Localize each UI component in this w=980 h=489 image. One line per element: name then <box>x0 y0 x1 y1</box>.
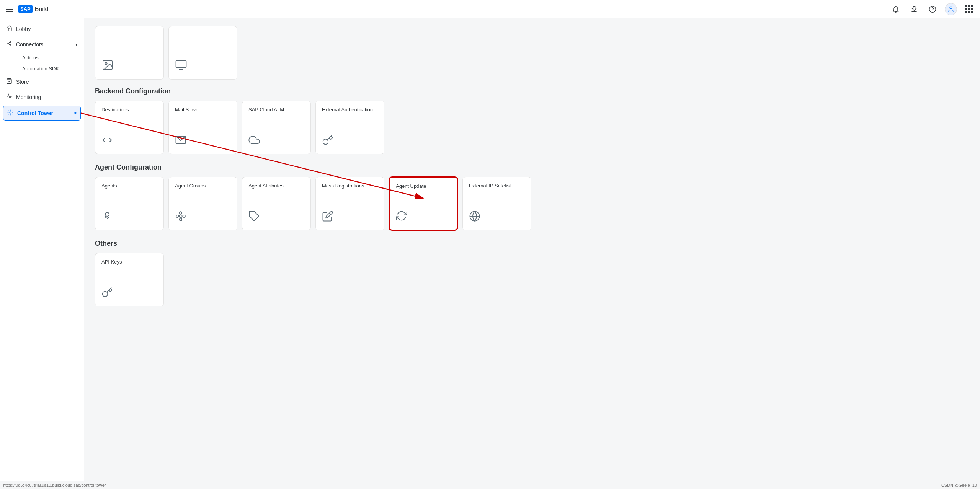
card-agent-update[interactable]: Agent Update <box>389 177 458 230</box>
sidebar: Lobby Connectors ▾ Actions Automation SD… <box>0 18 84 481</box>
card-mail-server-title: Mail Server <box>175 106 231 113</box>
card-agent-groups[interactable]: Agent Groups <box>168 177 237 230</box>
sidebar-item-control-tower[interactable]: Control Tower <box>3 106 81 121</box>
card-external-ip-safelist-title: External IP Safelist <box>469 183 525 189</box>
sidebar-control-tower-label: Control Tower <box>17 110 53 116</box>
svg-point-11 <box>105 62 107 64</box>
apps-icon[interactable] <box>963 3 975 15</box>
card-external-auth[interactable]: External Authentication <box>315 101 384 154</box>
agent-config-title: Agent Configuration <box>95 163 969 171</box>
status-url: https://0d5c4c87trial.us10.build.cloud.s… <box>3 483 106 487</box>
svg-point-5 <box>10 45 11 46</box>
sidebar-store-label: Store <box>16 79 29 85</box>
header-right <box>890 3 975 15</box>
content-area: Backend Configuration Destinations Mail … <box>84 18 980 481</box>
user-avatar[interactable] <box>945 3 957 15</box>
card-mass-registrations-title: Mass Registrations <box>322 183 378 189</box>
mail-server-icon <box>175 134 231 148</box>
card-agents-title: Agents <box>101 183 157 189</box>
card-agent-attributes[interactable]: Agent Attributes <box>242 177 311 230</box>
destinations-icon <box>101 134 157 148</box>
sidebar-item-store[interactable]: Store <box>0 74 84 90</box>
monitoring-icon <box>6 93 12 101</box>
svg-point-17 <box>183 215 185 217</box>
main-layout: Lobby Connectors ▾ Actions Automation SD… <box>0 18 980 481</box>
notification-icon[interactable] <box>890 3 902 15</box>
agent-attributes-icon <box>248 210 304 225</box>
download-icon[interactable] <box>908 3 920 15</box>
svg-point-0 <box>929 6 936 12</box>
sidebar-item-automation-sdk[interactable]: Automation SDK <box>16 63 84 74</box>
header-left: SAP Build <box>5 5 48 13</box>
agent-cards-grid: Agents Agent Groups <box>95 177 969 230</box>
backend-config-title: Backend Configuration <box>95 87 969 95</box>
card-sap-cloud-alm[interactable]: SAP Cloud ALM <box>242 101 311 154</box>
external-auth-icon <box>322 134 378 148</box>
card-agent-update-title: Agent Update <box>396 183 451 190</box>
mass-registrations-icon <box>322 210 378 225</box>
svg-point-4 <box>10 42 11 43</box>
store-icon <box>6 78 12 86</box>
sidebar-item-lobby[interactable]: Lobby <box>0 21 84 37</box>
sidebar-monitoring-label: Monitoring <box>16 94 41 100</box>
card-mass-registrations[interactable]: Mass Registrations <box>315 177 384 230</box>
connectors-icon <box>6 41 12 48</box>
status-attribution: CSDN @Geele_10 <box>941 483 977 487</box>
sidebar-item-connectors[interactable]: Connectors ▾ <box>0 37 84 52</box>
sidebar-connectors-sub: Actions Automation SDK <box>0 52 84 74</box>
card-agent-groups-title: Agent Groups <box>175 183 231 189</box>
top-header: SAP Build <box>0 0 980 18</box>
sap-cloud-alm-icon <box>248 134 304 148</box>
backend-cards-grid: Destinations Mail Server <box>95 101 969 154</box>
others-cards-grid: API Keys <box>95 253 969 306</box>
chevron-down-icon: ▾ <box>75 42 78 47</box>
svg-point-14 <box>105 212 109 216</box>
svg-line-6 <box>8 42 10 44</box>
sidebar-connectors-label: Connectors <box>16 41 44 47</box>
hamburger-icon[interactable] <box>5 5 15 13</box>
card-agents[interactable]: Agents <box>95 177 164 230</box>
home-icon <box>6 25 12 33</box>
svg-point-16 <box>176 215 178 217</box>
sap-logo-box: SAP <box>18 5 33 13</box>
agent-groups-icon <box>175 210 231 225</box>
svg-point-3 <box>7 43 8 44</box>
sap-logo[interactable]: SAP Build <box>18 5 48 13</box>
card-top-2[interactable] <box>168 26 237 80</box>
app-title: Build <box>35 6 49 13</box>
svg-point-15 <box>179 215 182 218</box>
card-mail-server[interactable]: Mail Server <box>168 101 237 154</box>
card-top-1-icon <box>101 59 157 74</box>
sidebar-item-actions[interactable]: Actions <box>16 52 84 63</box>
card-external-auth-title: External Authentication <box>322 106 378 113</box>
card-top-2-icon <box>175 59 231 74</box>
svg-point-19 <box>180 218 182 221</box>
sidebar-lobby-label: Lobby <box>16 26 31 32</box>
top-cards-row <box>95 26 969 80</box>
help-icon[interactable] <box>926 3 939 15</box>
others-title: Others <box>95 240 969 248</box>
agent-update-icon <box>396 210 451 224</box>
external-ip-safelist-icon <box>469 210 525 225</box>
card-external-ip-safelist[interactable]: External IP Safelist <box>462 177 531 230</box>
svg-point-9 <box>10 112 11 113</box>
svg-point-18 <box>180 212 182 214</box>
card-top-1[interactable] <box>95 26 164 80</box>
card-destinations[interactable]: Destinations <box>95 101 164 154</box>
card-sap-cloud-alm-title: SAP Cloud ALM <box>248 106 304 113</box>
svg-line-7 <box>8 44 10 45</box>
card-api-keys-title: API Keys <box>101 259 157 266</box>
sidebar-item-monitoring[interactable]: Monitoring <box>0 90 84 105</box>
api-keys-icon <box>101 287 157 301</box>
agents-icon <box>101 210 157 225</box>
svg-point-2 <box>950 7 952 9</box>
status-bar: https://0d5c4c87trial.us10.build.cloud.s… <box>0 481 980 489</box>
control-tower-icon <box>7 109 13 117</box>
card-destinations-title: Destinations <box>101 106 157 113</box>
card-agent-attributes-title: Agent Attributes <box>248 183 304 189</box>
card-api-keys[interactable]: API Keys <box>95 253 164 306</box>
svg-rect-12 <box>176 60 186 68</box>
